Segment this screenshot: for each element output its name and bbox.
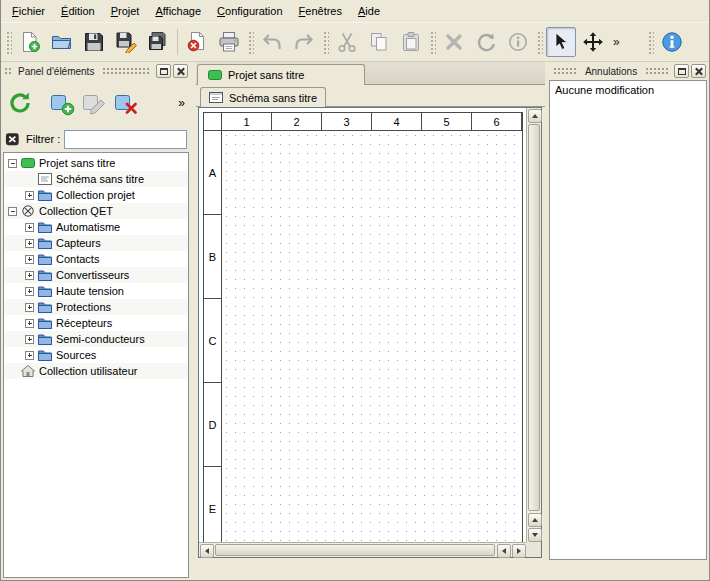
info-gray-icon: [507, 31, 529, 53]
elements-toolbar-overflow-button[interactable]: »: [175, 96, 188, 110]
tab-projet-sans-titre[interactable]: Projet sans titre: [197, 64, 365, 85]
undo-history-list[interactable]: Aucune modification: [549, 80, 707, 560]
float-icon: [160, 68, 168, 75]
menu-configuration[interactable]: Configuration: [209, 1, 290, 21]
folder-icon: [38, 349, 52, 361]
tree-item-sources[interactable]: Sources: [4, 347, 188, 363]
rotate-icon: [475, 31, 497, 53]
new-document-button[interactable]: [15, 27, 45, 57]
expand-icon[interactable]: [25, 319, 34, 328]
new-document-icon: [19, 31, 41, 53]
expand-icon[interactable]: [25, 191, 34, 200]
element-info-button[interactable]: [503, 27, 533, 57]
toolbar-drag-handle[interactable]: [647, 30, 654, 54]
diagram-canvas[interactable]: 1 2 3 4 5 6 A B C D E: [199, 108, 526, 542]
project-tab-label: Projet sans titre: [228, 69, 304, 81]
tree-item-convertisseurs[interactable]: Convertisseurs: [4, 267, 188, 283]
vertical-scrollbar[interactable]: [526, 108, 541, 542]
clear-filter-button[interactable]: [5, 131, 22, 148]
expand-icon[interactable]: [25, 303, 34, 312]
menu-fenetres[interactable]: Fenêtres: [291, 1, 350, 21]
toolbar-overflow-button[interactable]: »: [609, 35, 624, 49]
rotate-button[interactable]: [471, 27, 501, 57]
panel-drag-grip[interactable]: [553, 67, 577, 75]
copy-button[interactable]: [364, 27, 394, 57]
scroll-up-button[interactable]: [528, 513, 542, 527]
vertical-scroll-thumb[interactable]: [528, 124, 540, 511]
select-tool-button[interactable]: [546, 27, 576, 57]
close-panel-button[interactable]: [691, 64, 706, 78]
tree-item-protections[interactable]: Protections: [4, 299, 188, 315]
tree-item-collection-qet[interactable]: Collection QET: [4, 203, 188, 219]
about-button[interactable]: [657, 27, 687, 57]
menu-affichage[interactable]: Affichage: [147, 1, 209, 21]
float-panel-button[interactable]: [674, 64, 689, 78]
new-element-button[interactable]: [46, 86, 78, 120]
expand-icon[interactable]: [25, 223, 34, 232]
toolbar-drag-handle[interactable]: [247, 30, 254, 54]
delete-element-button[interactable]: [110, 86, 142, 120]
tree-item-projet-sans-titre[interactable]: Projet sans titre: [4, 155, 188, 171]
toolbar-drag-handle[interactable]: [5, 30, 12, 54]
print-button[interactable]: [214, 27, 244, 57]
tree-item-contacts[interactable]: Contacts: [4, 251, 188, 267]
tree-item-recepteurs[interactable]: Récepteurs: [4, 315, 188, 331]
menu-fichier[interactable]: Fichier: [4, 1, 53, 21]
panel-drag-grip[interactable]: [4, 67, 13, 75]
expand-icon[interactable]: [25, 255, 34, 264]
edit-element-button[interactable]: [78, 86, 110, 120]
tree-item-collection-projet[interactable]: Collection projet: [4, 187, 188, 203]
qelectrotech-window: { "menu_bar": { "items": [ {"label": "Fi…: [0, 0, 710, 581]
toolbar-drag-handle[interactable]: [536, 30, 543, 54]
menu-aide[interactable]: Aide: [350, 1, 388, 21]
expand-icon[interactable]: [25, 271, 34, 280]
redo-button[interactable]: [289, 27, 319, 57]
horizontal-scrollbar[interactable]: [199, 542, 526, 557]
filter-input[interactable]: [64, 130, 187, 149]
delete-button[interactable]: [439, 27, 469, 57]
save-all-button[interactable]: [143, 27, 173, 57]
scroll-right-button[interactable]: [512, 544, 526, 558]
dot-grid[interactable]: [222, 131, 522, 542]
close-file-button[interactable]: [182, 27, 212, 57]
expand-icon[interactable]: [25, 335, 34, 344]
menu-projet[interactable]: Projet: [103, 1, 148, 21]
tree-item-label: Collection utilisateur: [39, 365, 137, 377]
collapse-icon[interactable]: [8, 207, 17, 216]
tree-item-schema-sans-titre[interactable]: Schéma sans titre: [4, 171, 188, 187]
tab-schema-sans-titre[interactable]: Schéma sans titre: [200, 87, 326, 107]
horizontal-scroll-thumb[interactable]: [215, 544, 495, 556]
toolbar-drag-handle[interactable]: [322, 30, 329, 54]
expand-icon[interactable]: [25, 287, 34, 296]
paste-button[interactable]: [396, 27, 426, 57]
save-as-button[interactable]: [111, 27, 141, 57]
tree-item-collection-utilisateur[interactable]: Collection utilisateur: [4, 363, 188, 379]
toolbar-drag-handle[interactable]: [429, 30, 436, 54]
diagram-icon: [209, 92, 223, 103]
tree-item-capteurs[interactable]: Capteurs: [4, 235, 188, 251]
undo-button[interactable]: [257, 27, 287, 57]
cut-button[interactable]: [332, 27, 362, 57]
scroll-left-button[interactable]: [497, 544, 511, 558]
save-all-icon: [147, 31, 169, 53]
arrow-right-icon: [517, 548, 521, 554]
scroll-down-button[interactable]: [528, 528, 542, 542]
panel-drag-grip[interactable]: [102, 67, 151, 75]
open-project-button[interactable]: [47, 27, 77, 57]
collapse-icon[interactable]: [8, 159, 17, 168]
column-header: 4: [372, 113, 422, 131]
panel-drag-grip[interactable]: [645, 67, 669, 75]
save-button[interactable]: [79, 27, 109, 57]
menu-edition[interactable]: Édition: [53, 1, 103, 21]
scroll-left-button[interactable]: [200, 544, 214, 558]
tree-item-haute-tension[interactable]: Haute tension: [4, 283, 188, 299]
expand-icon[interactable]: [25, 351, 34, 360]
tree-item-semi-conducteurs[interactable]: Semi-conducteurs: [4, 331, 188, 347]
pan-tool-button[interactable]: [578, 27, 608, 57]
close-panel-button[interactable]: [173, 64, 188, 78]
scroll-up-button[interactable]: [528, 109, 542, 123]
reload-collections-button[interactable]: [4, 86, 36, 120]
tree-item-automatisme[interactable]: Automatisme: [4, 219, 188, 235]
float-panel-button[interactable]: [156, 64, 171, 78]
expand-icon[interactable]: [25, 239, 34, 248]
